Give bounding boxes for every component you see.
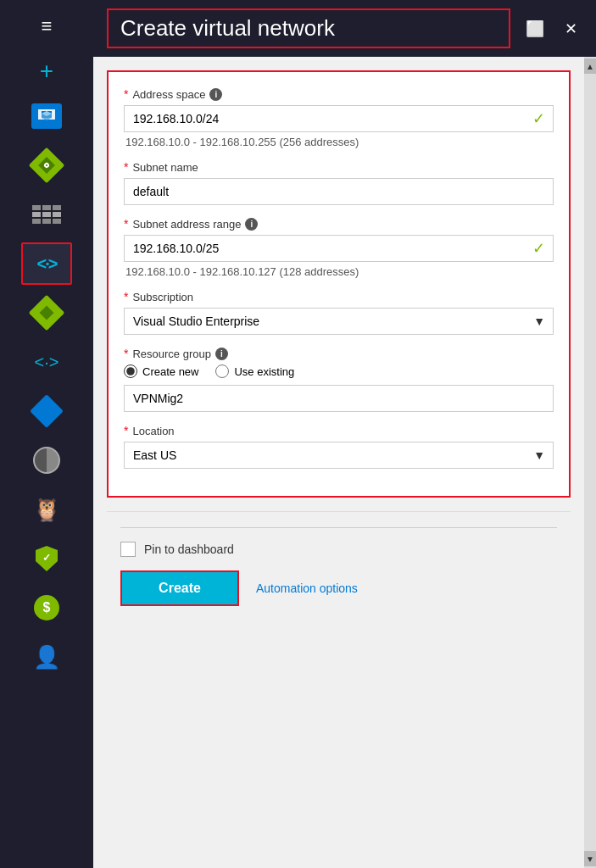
subnet-address-group: * Subnet address range i ✓ 192.168.10.0 … bbox=[124, 217, 554, 278]
sidebar-item-arrows[interactable]: <·> bbox=[21, 341, 72, 383]
required-star-2: * bbox=[124, 160, 128, 174]
subscription-select[interactable]: Visual Studio Enterprise Pay-As-You-Go F… bbox=[124, 308, 554, 335]
required-star-3: * bbox=[124, 217, 128, 231]
subnet-address-input[interactable] bbox=[124, 235, 554, 262]
address-space-label: * Address space i bbox=[124, 87, 554, 101]
required-star-6: * bbox=[124, 424, 128, 437]
pin-checkbox[interactable] bbox=[120, 542, 136, 557]
title-bar: Create virtual network ⬜ ✕ bbox=[93, 0, 596, 57]
arrows-icon: <·> bbox=[35, 353, 59, 372]
action-row: Create Automation options bbox=[120, 570, 557, 606]
svg-rect-2 bbox=[43, 122, 50, 124]
coin-icon: $ bbox=[34, 595, 59, 620]
subscription-label: * Subscription bbox=[124, 290, 554, 303]
address-space-input-wrapper: ✓ bbox=[124, 105, 554, 132]
subnet-address-check-icon: ✓ bbox=[532, 239, 545, 258]
sidebar-item-diamond2[interactable] bbox=[21, 292, 72, 334]
location-label: * Location bbox=[124, 424, 554, 437]
subnet-address-label: * Subnet address range i bbox=[124, 217, 554, 231]
sidebar-item-shield[interactable]: ✓ bbox=[21, 537, 72, 580]
pin-row: Pin to dashboard bbox=[120, 542, 557, 557]
sidebar-item-code[interactable]: <·> bbox=[21, 242, 72, 285]
required-star-4: * bbox=[124, 290, 128, 303]
resource-group-info-icon[interactable]: i bbox=[215, 348, 228, 360]
create-button[interactable]: Create bbox=[120, 570, 239, 606]
scroll-arrows: ▲ ▼ bbox=[584, 57, 596, 868]
location-select[interactable]: East US West US West Europe East Asia bbox=[124, 442, 554, 469]
subnet-name-input-wrapper bbox=[124, 178, 554, 205]
required-star-1: * bbox=[124, 87, 128, 101]
address-space-range-text: 192.168.10.0 - 192.168.10.255 (256 addre… bbox=[125, 136, 554, 148]
resource-group-input-wrapper bbox=[124, 385, 554, 412]
subnet-address-info-icon[interactable]: i bbox=[245, 218, 258, 231]
location-select-wrapper: East US West US West Europe East Asia ▼ bbox=[124, 442, 554, 469]
content-scroll[interactable]: * Address space i ✓ 192.168.10.0 - 192.1… bbox=[93, 57, 584, 868]
address-space-check-icon: ✓ bbox=[532, 109, 545, 128]
subscription-select-wrapper: Visual Studio Enterprise Pay-As-You-Go F… bbox=[124, 308, 554, 335]
sidebar-item-owl[interactable]: 🦉 bbox=[21, 488, 72, 531]
hamburger-menu[interactable]: ≡ bbox=[35, 8, 59, 44]
resource-group-radio-group: Create new Use existing bbox=[124, 364, 554, 378]
location-group: * Location East US West US West Europe E… bbox=[124, 424, 554, 469]
svg-text:✓: ✓ bbox=[42, 552, 51, 564]
close-button[interactable]: ✕ bbox=[560, 18, 582, 40]
sidebar-item-grid[interactable] bbox=[21, 193, 72, 236]
create-new-radio-input[interactable] bbox=[124, 364, 137, 378]
use-existing-radio[interactable]: Use existing bbox=[215, 364, 294, 378]
sidebar: ≡ + bbox=[0, 0, 93, 868]
page-title: Create virtual network bbox=[120, 15, 335, 41]
subscription-group: * Subscription Visual Studio Enterprise … bbox=[124, 290, 554, 335]
shield-icon: ✓ bbox=[36, 546, 58, 571]
scroll-up-button[interactable]: ▲ bbox=[584, 58, 596, 74]
sidebar-item-person[interactable]: 👤 bbox=[21, 636, 72, 678]
monitor-icon bbox=[31, 103, 62, 129]
resource-group-field: * Resource group i Create new Use existi… bbox=[124, 347, 554, 412]
owl-icon: 🦉 bbox=[33, 497, 60, 523]
subnet-name-label: * Subnet name bbox=[124, 160, 554, 174]
subnet-name-group: * Subnet name bbox=[124, 160, 554, 205]
create-new-radio[interactable]: Create new bbox=[124, 364, 198, 378]
sidebar-item-diamond1[interactable] bbox=[21, 144, 72, 186]
automation-options-link[interactable]: Automation options bbox=[256, 581, 358, 595]
address-space-info-icon[interactable]: i bbox=[209, 88, 222, 101]
content-wrapper: * Address space i ✓ 192.168.10.0 - 192.1… bbox=[93, 57, 596, 868]
divider bbox=[120, 527, 557, 528]
subnet-address-range-text: 192.168.10.0 - 192.168.10.127 (128 addre… bbox=[125, 265, 554, 278]
title-controls: ⬜ ✕ bbox=[521, 18, 582, 40]
code-icon: <·> bbox=[37, 254, 57, 274]
bottom-section: Pin to dashboard Create Automation optio… bbox=[107, 511, 571, 616]
use-existing-radio-input[interactable] bbox=[215, 364, 229, 378]
form-card: * Address space i ✓ 192.168.10.0 - 192.1… bbox=[107, 70, 571, 498]
svg-rect-3 bbox=[41, 124, 53, 125]
address-space-group: * Address space i ✓ 192.168.10.0 - 192.1… bbox=[124, 87, 554, 148]
scroll-down-button[interactable]: ▼ bbox=[584, 851, 596, 866]
sidebar-item-coin[interactable]: $ bbox=[21, 587, 72, 629]
sidebar-item-diamond-blue[interactable] bbox=[21, 390, 72, 432]
resource-group-label: * Resource group i bbox=[124, 347, 554, 360]
title-box: Create virtual network bbox=[107, 8, 510, 48]
address-space-input[interactable] bbox=[124, 105, 554, 132]
add-button[interactable]: + bbox=[36, 54, 57, 88]
required-star-5: * bbox=[124, 347, 128, 360]
person-icon: 👤 bbox=[33, 644, 60, 670]
subnet-address-input-wrapper: ✓ bbox=[124, 235, 554, 262]
minimize-button[interactable]: ⬜ bbox=[521, 18, 549, 40]
sidebar-item-monitor[interactable] bbox=[21, 95, 72, 137]
pin-label: Pin to dashboard bbox=[144, 542, 234, 556]
subnet-name-input[interactable] bbox=[124, 178, 554, 205]
sidebar-item-gauge[interactable] bbox=[21, 439, 72, 481]
main-panel: Create virtual network ⬜ ✕ * Address spa… bbox=[93, 0, 596, 868]
resource-group-input[interactable] bbox=[124, 385, 554, 412]
